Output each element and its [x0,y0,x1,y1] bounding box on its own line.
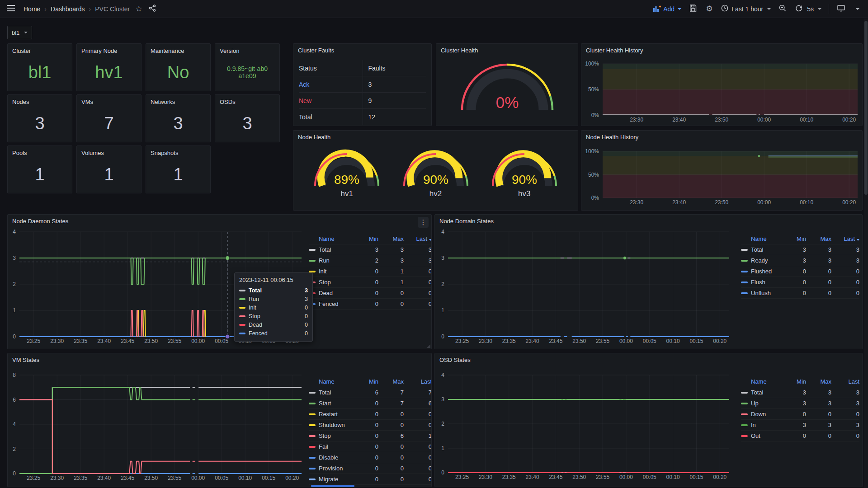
legend-series-name[interactable]: In [751,422,783,428]
legend-series-name[interactable]: Stop [319,279,356,286]
svg-text:23:40: 23:40 [526,474,539,480]
svg-text:1: 1 [13,307,16,314]
legend-series-name[interactable]: Up [751,400,783,407]
svg-text:00:20: 00:20 [842,199,856,206]
panel-title[interactable]: Node Health [293,131,335,144]
legend-column-header-name[interactable]: Name [319,235,356,242]
save-dashboard-button[interactable] [689,3,698,15]
cluster-health-history-chart[interactable]: 0%50%100%23:3023:4023:5000:0000:1000:20 [581,44,862,126]
favorite-star-button[interactable]: ☆ [134,3,143,15]
legend-series-name[interactable]: Flushed [751,268,783,275]
svg-text:23:30: 23:30 [479,474,492,480]
legend-last-value: 3 [831,400,859,407]
legend-series-name[interactable]: Start [319,400,356,407]
legend-column-header-min[interactable]: Min [783,235,806,242]
svg-text:3: 3 [441,255,444,261]
legend-row: Down000 [741,409,859,420]
vertical-scrollbar-thumb[interactable] [864,21,868,195]
legend-row: Shutdown000 [309,420,432,431]
refresh-interval-picker[interactable]: 5s [807,5,821,13]
stat-title: Maintenance [146,44,210,54]
legend-series-name[interactable]: Restart [319,411,356,418]
legend-series-name[interactable]: Disable [319,454,356,461]
legend-series-name[interactable]: Total [319,246,356,253]
menu-toggle-button[interactable] [6,3,15,15]
svg-text:4: 4 [13,229,16,235]
column-header-status: Status [299,60,363,76]
legend-series-name[interactable]: Dead [319,290,356,296]
panel-resize-handle[interactable] [427,344,430,348]
legend-last-value: 0 [404,290,432,296]
dashboard-settings-button[interactable]: ⚙ [705,3,714,15]
legend-column-header-last[interactable]: Last [404,378,432,385]
breadcrumb-home[interactable]: Home [24,5,40,13]
legend-column-header-max[interactable]: Max [378,378,404,385]
legend-last-value: 0 [831,432,859,439]
legend-series-name[interactable]: Ready [751,257,783,264]
legend-series-name[interactable]: Total [751,246,783,253]
legend-series-name[interactable]: Down [751,411,783,418]
legend-series-name[interactable]: Flush [751,279,783,286]
add-button[interactable]: Add [653,5,681,13]
legend-row: Flush000 [741,277,859,288]
legend-series-name[interactable]: Shutdown [319,422,356,428]
legend-series-name[interactable]: Fail [319,443,356,450]
series-stop [192,310,193,337]
legend-series-name[interactable]: Fenced [319,300,356,307]
chevron-down-icon [818,8,821,10]
panel-title[interactable]: Cluster Health [436,44,482,57]
legend-series-name[interactable]: Unflush [751,290,783,296]
legend-series-name[interactable]: Migrate [319,476,356,483]
panel-menu-button[interactable]: ⋮ [418,217,429,228]
svg-text:4: 4 [441,372,444,378]
node-health-history-chart[interactable]: 0%50%100%23:3023:4023:5000:0000:1000:20 [581,131,862,210]
gauge-value: 90% [423,173,448,187]
refresh-button[interactable] [794,3,803,15]
stat-panel-osds: OSDs3 [215,94,280,142]
series-color-chip [741,403,748,404]
legend-series-name[interactable]: Out [751,432,783,439]
zoom-out-time-button[interactable] [778,3,787,15]
legend-column-header-last[interactable]: Last [831,235,859,242]
legend-column-header-min[interactable]: Min [356,378,378,385]
legend-min-value: 2 [356,257,378,264]
series-color-chip [309,457,316,459]
stat-title: Snapshots [146,146,210,156]
legend-column-header-max[interactable]: Max [806,378,831,385]
breadcrumb-dashboards[interactable]: Dashboards [51,5,85,13]
gear-icon: ⚙ [706,4,713,14]
legend-series-name[interactable]: Init [319,268,356,275]
legend-column-header-min[interactable]: Min [783,378,806,385]
legend-column-header-min[interactable]: Min [356,235,378,242]
legend-column-header-last[interactable]: Last [831,378,859,385]
svg-text:00:20: 00:20 [713,474,726,480]
series-color-chip [741,424,748,426]
legend-max-value: 0 [806,432,831,439]
svg-text:23:50: 23:50 [144,475,158,481]
legend-series-name[interactable]: Total [751,389,783,396]
view-mode-caret-button[interactable] [853,3,862,15]
stat-title: Networks [146,95,210,105]
legend-series-name[interactable]: Provision [319,465,356,472]
legend-series-name[interactable]: Total [319,389,356,396]
legend-last-value: 0 [831,290,859,296]
svg-text:3: 3 [13,255,16,261]
legend-column-header-name[interactable]: Name [319,378,356,385]
legend-column-header-last[interactable]: Last [404,235,432,242]
breadcrumb-separator: › [89,5,91,13]
legend-column-header-name[interactable]: Name [751,378,783,385]
legend-max-value: 0 [806,279,831,286]
variable-dropdown-cluster[interactable]: bl1 [7,26,32,39]
legend-scrollbar-thumb[interactable] [311,485,354,487]
legend-max-value: 1 [378,279,404,286]
legend-column-header-max[interactable]: Max [806,235,831,242]
share-button[interactable] [148,3,157,15]
legend-column-header-max[interactable]: Max [378,235,404,242]
legend-series-name[interactable]: Stop [319,432,356,439]
legend-column-header-name[interactable]: Name [751,235,783,242]
panel-title[interactable]: Cluster Faults [293,44,339,57]
legend-series-name[interactable]: Run [319,257,356,264]
svg-text:00:00: 00:00 [619,474,633,480]
time-range-picker[interactable]: Last 1 hour [721,5,771,13]
view-mode-button[interactable] [836,3,845,15]
